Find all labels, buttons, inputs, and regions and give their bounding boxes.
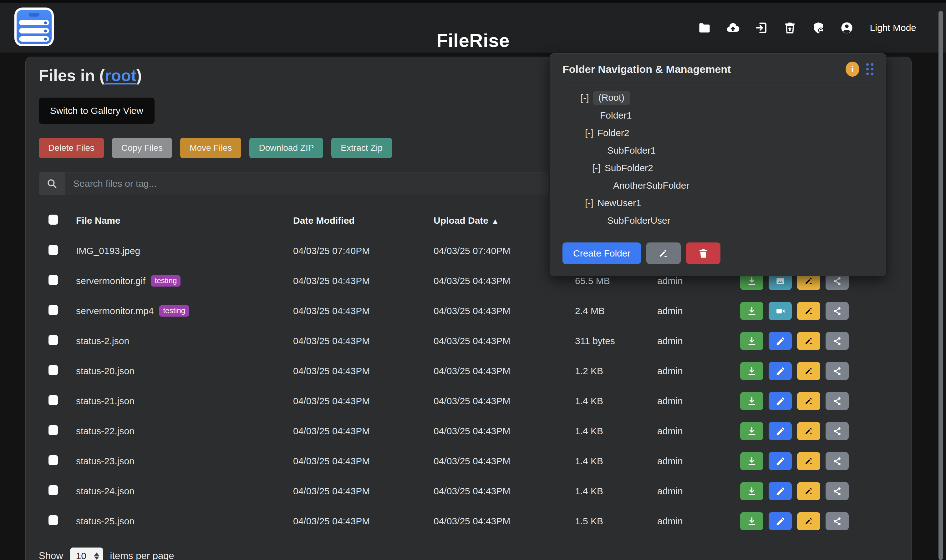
account-icon[interactable]	[840, 21, 854, 35]
date-modified: 04/03/25 04:43PM	[293, 306, 434, 316]
uploader: admin	[657, 426, 740, 437]
edit-button[interactable]	[769, 452, 792, 470]
folder-label[interactable]: SubFolder1	[607, 145, 656, 156]
root-folder-link[interactable]: root	[105, 66, 136, 85]
edit-button[interactable]	[769, 482, 792, 500]
rename-button[interactable]	[797, 422, 820, 440]
folder-label[interactable]: NewUser1	[597, 198, 641, 208]
folder-label[interactable]: Folder1	[600, 110, 632, 121]
folder-label[interactable]: SubFolderUser	[607, 215, 671, 226]
download-button[interactable]	[740, 452, 763, 470]
sign-in-icon[interactable]	[754, 21, 769, 35]
filerise-logo[interactable]	[14, 8, 54, 46]
row-checkbox[interactable]	[49, 305, 58, 315]
items-per-page-select[interactable]: 10	[70, 548, 103, 560]
drag-handle-icon[interactable]	[866, 63, 874, 75]
file-size: 1.4 KB	[575, 396, 657, 406]
share-button[interactable]	[826, 512, 849, 530]
row-checkbox[interactable]	[49, 515, 58, 525]
switch-gallery-view-button[interactable]: Switch to Gallery View	[39, 98, 155, 124]
row-checkbox[interactable]	[49, 275, 58, 285]
row-checkbox[interactable]	[49, 365, 58, 375]
row-checkbox[interactable]	[49, 485, 58, 495]
rename-button[interactable]	[797, 392, 820, 410]
logo-bar	[19, 20, 49, 25]
folder-label[interactable]: (Root)	[593, 91, 630, 105]
column-header-file-name[interactable]: File Name	[76, 215, 293, 226]
collapse-toggle[interactable]: [-]	[585, 198, 594, 208]
row-checkbox[interactable]	[49, 335, 58, 345]
trash-restore-icon[interactable]	[783, 21, 797, 35]
window-edge	[0, 0, 946, 3]
download-button[interactable]	[740, 422, 763, 440]
download-button[interactable]	[740, 302, 763, 320]
shield-admin-icon[interactable]	[811, 21, 826, 35]
folder-label[interactable]: SubFolder2	[605, 163, 653, 173]
rename-button[interactable]	[797, 482, 820, 500]
rename-button[interactable]	[797, 302, 820, 320]
download-button[interactable]	[740, 392, 763, 410]
row-checkbox[interactable]	[49, 455, 58, 465]
tree-item-newuser1[interactable]: [-]NewUser1	[563, 194, 874, 212]
row-checkbox[interactable]	[49, 245, 58, 255]
table-row: status-21.json04/03/25 04:43PM04/03/25 0…	[39, 386, 898, 416]
collapse-toggle[interactable]: [-]	[581, 92, 589, 103]
rename-button[interactable]	[797, 332, 820, 350]
file-size: 1.4 KB	[575, 426, 657, 437]
tree-item-subfolder1[interactable]: SubFolder1	[563, 142, 874, 159]
collapse-toggle[interactable]: [-]	[592, 163, 601, 173]
download-zip-button[interactable]: Download ZIP	[249, 138, 323, 158]
column-header-date-modified[interactable]: Date Modified	[293, 215, 434, 226]
tree-item-anothersubfolder[interactable]: AnotherSubFolder	[563, 177, 874, 194]
search-input[interactable]	[65, 172, 547, 195]
light-mode-toggle[interactable]: Light Mode	[870, 23, 916, 33]
file-size: 1.2 KB	[575, 366, 657, 376]
uploader: admin	[657, 275, 740, 286]
cloud-upload-icon[interactable]	[726, 21, 740, 35]
rename-button[interactable]	[797, 362, 820, 380]
edit-button[interactable]	[769, 422, 792, 440]
edit-button[interactable]	[769, 392, 792, 410]
folder-label[interactable]: Folder2	[597, 128, 629, 138]
download-button[interactable]	[740, 332, 763, 350]
folder-icon[interactable]	[697, 21, 712, 35]
download-button[interactable]	[740, 362, 763, 380]
extract-zip-button[interactable]: Extract Zip	[331, 138, 392, 158]
rename-button[interactable]	[797, 512, 820, 530]
share-button[interactable]	[826, 302, 849, 320]
tree-item-subfolderuser[interactable]: SubFolderUser	[563, 212, 874, 229]
download-button[interactable]	[740, 482, 763, 500]
share-button[interactable]	[826, 452, 849, 470]
move-files-button[interactable]: Move Files	[180, 138, 241, 158]
row-checkbox[interactable]	[49, 395, 58, 405]
edit-button[interactable]	[769, 362, 792, 380]
create-folder-button[interactable]: Create Folder	[563, 243, 641, 264]
logo-bar	[19, 28, 49, 34]
collapse-toggle[interactable]: [-]	[585, 128, 594, 138]
rename-folder-button[interactable]	[646, 243, 681, 264]
share-button[interactable]	[826, 422, 849, 440]
delete-folder-button[interactable]	[686, 243, 720, 264]
info-icon[interactable]: i	[846, 62, 859, 77]
share-button[interactable]	[826, 482, 849, 500]
rename-button[interactable]	[797, 452, 820, 470]
delete-files-button[interactable]: Delete Files	[39, 138, 104, 158]
topbar-actions: Light Mode	[697, 3, 916, 52]
edit-button[interactable]	[769, 332, 792, 350]
download-button[interactable]	[740, 512, 763, 530]
video-button[interactable]	[769, 302, 792, 320]
page-scrollbar[interactable]	[938, 11, 943, 560]
file-size: 311 bytes	[575, 336, 657, 346]
share-button[interactable]	[826, 332, 849, 350]
share-button[interactable]	[826, 392, 849, 410]
row-checkbox[interactable]	[49, 425, 58, 435]
tree-item-subfolder2[interactable]: [-]SubFolder2	[563, 159, 874, 177]
edit-button[interactable]	[769, 512, 792, 530]
select-all-checkbox[interactable]	[49, 215, 58, 225]
copy-files-button[interactable]: Copy Files	[112, 138, 172, 158]
folder-label[interactable]: AnotherSubFolder	[613, 180, 689, 191]
tree-item-folder1[interactable]: Folder1	[563, 107, 874, 124]
tree-item-root[interactable]: [-](Root)	[563, 89, 874, 107]
tree-item-folder2[interactable]: [-]Folder2	[563, 124, 874, 142]
share-button[interactable]	[826, 362, 849, 380]
